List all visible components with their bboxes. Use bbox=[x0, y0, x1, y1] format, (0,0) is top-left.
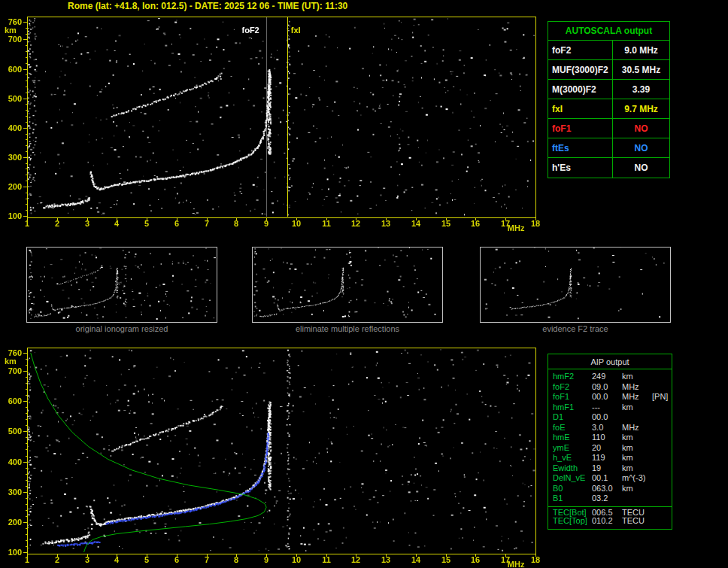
aip-row-extra bbox=[652, 382, 672, 393]
aip-row-unit bbox=[622, 494, 652, 504]
page-title: Rome (lat: +41.8, lon: 012.5) - DATE: 20… bbox=[68, 1, 347, 11]
aip-row-value: 00.1 bbox=[592, 473, 622, 484]
aip-row-label: B0 bbox=[548, 484, 592, 494]
aip-row-extra bbox=[652, 412, 672, 423]
aip-row-value: 063.0 bbox=[592, 484, 622, 494]
aip-row: D100.0 bbox=[548, 412, 672, 423]
panel-caption: evidence F2 trace bbox=[480, 324, 671, 333]
autoscala-output-table: AUTOSCALA output foF29.0 MHzMUF(3000)F23… bbox=[548, 21, 670, 178]
aip-row: hmF1---km bbox=[548, 402, 672, 413]
autoscala-row: foF29.0 MHz bbox=[548, 41, 669, 60]
aip-row-label: foE bbox=[548, 423, 592, 433]
aip-row-label: Ewidth bbox=[548, 463, 592, 474]
aip-row-label: TEC[Bot] bbox=[548, 508, 592, 517]
aip-row-value: 09.0 bbox=[592, 382, 622, 393]
aip-row: Ewidth19km bbox=[548, 463, 672, 474]
autoscala-row-label: ftEs bbox=[548, 138, 613, 157]
aip-row: hmF2249km bbox=[548, 372, 672, 382]
aip-row-unit: m^(-3) bbox=[622, 473, 652, 484]
aip-row-extra bbox=[652, 453, 672, 463]
aip-row-extra bbox=[652, 433, 672, 443]
aip-row-value: 00.0 bbox=[592, 392, 622, 402]
aip-row-unit: TECU bbox=[622, 516, 652, 527]
aip-row-label: DelN_vE bbox=[548, 473, 592, 484]
aip-row-extra bbox=[652, 423, 672, 433]
aip-row-extra bbox=[652, 484, 672, 494]
aip-row: h_vE119km bbox=[548, 453, 672, 463]
aip-row-label: foF1 bbox=[548, 392, 592, 402]
autoscala-row-value: 9.7 MHz bbox=[613, 99, 669, 118]
aip-row-label: ymE bbox=[548, 443, 592, 454]
aip-row-value: 03.2 bbox=[592, 494, 622, 504]
autoscala-row-label: h'Es bbox=[548, 158, 613, 178]
autoscala-row-label: M(3000)F2 bbox=[548, 80, 613, 99]
aip-row-label: hmE bbox=[548, 433, 592, 443]
ionogram-bottom-chart bbox=[0, 343, 544, 568]
autoscala-row: fxI9.7 MHz bbox=[548, 99, 669, 119]
panel-evidence-f2-trace bbox=[480, 247, 671, 323]
aip-row-value: 010.2 bbox=[592, 516, 622, 527]
aip-row-unit: km bbox=[622, 463, 652, 474]
autoscala-row-label: MUF(3000)F2 bbox=[548, 60, 613, 79]
aip-output-table: AIP output hmF2249kmfoF209.0MHzfoF100.0M… bbox=[548, 354, 672, 530]
autoscala-screen: Rome (lat: +41.8, lon: 012.5) - DATE: 20… bbox=[0, 0, 728, 568]
aip-row-unit: TECU bbox=[622, 508, 652, 517]
aip-row-unit: MHz bbox=[622, 382, 652, 393]
autoscala-row: ftEsNO bbox=[548, 138, 669, 158]
aip-row-unit: km bbox=[622, 433, 652, 443]
aip-row-extra bbox=[652, 372, 672, 382]
aip-row: B103.2 bbox=[548, 494, 672, 504]
autoscala-row-value: NO bbox=[613, 119, 669, 138]
aip-row-unit: km bbox=[622, 453, 652, 463]
aip-row-unit: km bbox=[622, 372, 652, 382]
autoscala-row-value: NO bbox=[613, 138, 669, 157]
aip-row: B0063.0km bbox=[548, 484, 672, 494]
aip-row-extra bbox=[652, 508, 672, 517]
aip-row: DelN_vE00.1m^(-3) bbox=[548, 473, 672, 484]
aip-row-value: 110 bbox=[592, 433, 622, 443]
aip-row-value: 249 bbox=[592, 372, 622, 382]
aip-row-label: foF2 bbox=[548, 382, 592, 393]
aip-row: ymE20km bbox=[548, 443, 672, 454]
aip-row: foF100.0MHz[PN] bbox=[548, 392, 672, 402]
aip-row-unit bbox=[622, 412, 652, 423]
ionogram-top-chart bbox=[0, 12, 544, 236]
autoscala-row-label: foF1 bbox=[548, 119, 613, 138]
aip-row: hmE110km bbox=[548, 433, 672, 443]
panel-eliminate-reflections bbox=[252, 247, 443, 323]
aip-row-label: hmF1 bbox=[548, 402, 592, 413]
autoscala-table-title: AUTOSCALA output bbox=[548, 22, 669, 41]
autoscala-row-value: NO bbox=[613, 158, 669, 178]
aip-row-unit: MHz bbox=[622, 423, 652, 433]
aip-row-value: 19 bbox=[592, 463, 622, 474]
autoscala-row-label: fxI bbox=[548, 99, 613, 118]
aip-row-value: 119 bbox=[592, 453, 622, 463]
aip-row-label: B1 bbox=[548, 494, 592, 504]
aip-row-extra bbox=[652, 443, 672, 454]
aip-row: foF209.0MHz bbox=[548, 382, 672, 393]
aip-row: TEC[Bot]006.5TECU bbox=[548, 506, 672, 517]
aip-row-unit: km bbox=[622, 402, 652, 413]
aip-row-unit: MHz bbox=[622, 392, 652, 402]
aip-row-extra bbox=[652, 463, 672, 474]
aip-table-title: AIP output bbox=[548, 354, 672, 369]
autoscala-row-value: 9.0 MHz bbox=[613, 41, 669, 59]
aip-row-value: 00.0 bbox=[592, 412, 622, 423]
aip-row-label: D1 bbox=[548, 412, 592, 423]
aip-row: TEC[Top]010.2TECU bbox=[548, 516, 672, 527]
autoscala-row: h'EsNO bbox=[548, 158, 669, 178]
aip-row-label: TEC[Top] bbox=[548, 516, 592, 527]
autoscala-row: foF1NO bbox=[548, 119, 669, 138]
panel-caption: eliminate multiple reflections bbox=[252, 324, 443, 333]
autoscala-row-label: foF2 bbox=[548, 41, 613, 59]
aip-row: foE3.0MHz bbox=[548, 423, 672, 433]
aip-row-value: --- bbox=[592, 402, 622, 413]
autoscala-row-value: 30.5 MHz bbox=[613, 60, 669, 79]
panel-caption: original ionogram resized bbox=[26, 324, 217, 333]
aip-row-label: hmF2 bbox=[548, 372, 592, 382]
aip-row-value: 20 bbox=[592, 443, 622, 454]
autoscala-row-value: 3.39 bbox=[613, 80, 669, 99]
panel-original-ionogram bbox=[26, 247, 217, 323]
aip-row-value: 006.5 bbox=[592, 508, 622, 517]
aip-row-extra: [PN] bbox=[652, 392, 672, 402]
